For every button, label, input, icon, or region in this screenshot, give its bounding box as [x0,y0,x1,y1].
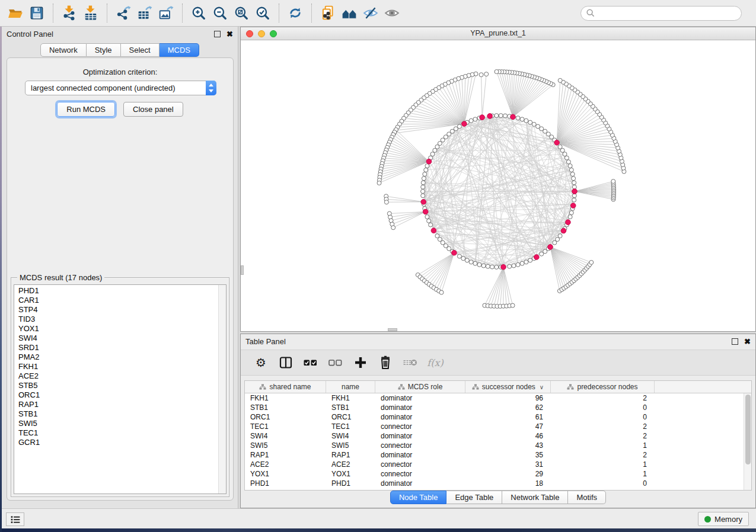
export-table-button[interactable] [134,3,155,23]
export-image-button[interactable] [155,3,177,23]
mcds-node-item[interactable]: SWI4 [14,334,226,343]
share-document-button[interactable] [317,3,339,23]
table-row[interactable]: PHD1PHD1dominator180 [245,479,751,488]
table-cell[interactable]: 2 [551,431,655,441]
maximize-window-icon[interactable] [270,30,277,37]
memory-button[interactable]: Memory [698,512,749,526]
table-cell[interactable]: dominator [375,393,465,403]
column-header-name[interactable]: name [326,381,375,393]
table-cell[interactable]: connector [375,422,465,431]
show-all-button[interactable] [381,3,403,23]
mcds-node-item[interactable]: STB5 [14,381,226,390]
run-mcds-button[interactable]: Run MCDS [57,102,115,117]
export-network-button[interactable] [113,3,134,23]
column-header-successor-nodes[interactable]: successor nodes∨ [465,381,551,393]
import-network-button[interactable] [59,3,80,23]
network-graph[interactable] [241,40,755,331]
add-button[interactable] [351,352,370,373]
select-all-button[interactable] [301,352,320,373]
table-cell[interactable]: dominator [375,412,465,422]
tab-style[interactable]: Style [87,43,121,57]
mcds-node-item[interactable]: ACE2 [14,371,226,381]
table-cell[interactable]: 1 [551,460,655,469]
search-field[interactable] [580,6,742,21]
table-cell[interactable]: dominator [375,431,465,441]
table-cell[interactable]: connector [375,460,465,469]
minimize-window-icon[interactable] [258,30,265,37]
table-cell[interactable]: 0 [551,479,655,488]
mcds-node-item[interactable]: SWI5 [14,419,226,428]
zoom-in-button[interactable] [188,3,209,23]
table-cell[interactable]: SWI5 [326,441,375,450]
table-cell[interactable]: SWI4 [326,431,375,441]
settings-button[interactable]: ⚙ [251,352,270,373]
open-button[interactable] [5,3,26,23]
mcds-node-item[interactable]: GCR1 [14,438,226,447]
hide-selected-button[interactable] [360,3,381,23]
table-cell[interactable]: SWI5 [245,441,326,450]
table-cell[interactable]: 1 [551,469,655,479]
sort-indicator-icon[interactable]: ∨ [540,384,544,390]
table-cell[interactable]: RAP1 [326,450,375,460]
network-canvas[interactable] [241,40,755,331]
tab-mcds[interactable]: MCDS [160,43,199,57]
mcds-node-item[interactable]: TID3 [14,315,226,324]
table-cell[interactable]: ACE2 [245,460,326,469]
mcds-node-item[interactable]: RAP1 [14,400,226,409]
float-table-panel-icon[interactable] [732,338,738,345]
columns-button[interactable] [276,352,295,373]
mcds-node-item[interactable]: PHD1 [14,286,226,296]
table-cell[interactable]: ACE2 [326,460,375,469]
tab-select[interactable]: Select [121,43,160,57]
zoom-selected-button[interactable] [252,3,273,23]
table-cell[interactable]: 2 [551,393,655,403]
table-tab-motifs[interactable]: Motifs [568,491,606,504]
mcds-node-item[interactable]: STP4 [14,305,226,315]
zoom-fit-button[interactable] [231,3,252,23]
mcds-node-item[interactable]: CAR1 [14,296,226,305]
table-cell[interactable]: 2 [551,450,655,460]
table-cell[interactable]: 43 [465,441,551,450]
table-cell[interactable]: 31 [465,460,551,469]
mcds-node-item[interactable]: SRD1 [14,343,226,352]
close-window-icon[interactable] [246,30,253,37]
table-cell[interactable]: dominator [375,403,465,412]
mcds-result-list[interactable]: PHD1CAR1STP4TID3YOX1SWI4SRD1PMA2FKH1ACE2… [14,284,227,494]
refresh-button[interactable] [285,3,306,23]
table-row[interactable]: STB1STB1dominator620 [245,403,751,412]
table-cell[interactable]: connector [375,441,465,450]
column-header-MCDS-role[interactable]: MCDS role [375,381,465,393]
import-table-button[interactable] [80,3,101,23]
table-cell[interactable]: 62 [465,403,551,412]
table-row[interactable]: YOX1YOX1connector291 [245,469,751,479]
mcds-node-item[interactable]: ORC1 [14,390,226,400]
table-cell[interactable]: YOX1 [326,469,375,479]
table-cell[interactable]: 0 [551,412,655,422]
table-cell[interactable]: FKH1 [245,393,326,403]
table-cell[interactable]: ORC1 [326,412,375,422]
table-cell[interactable]: dominator [375,479,465,488]
table-cell[interactable]: SWI4 [245,431,326,441]
table-cell[interactable]: 35 [465,450,551,460]
task-history-button[interactable] [6,512,24,526]
float-panel-icon[interactable] [214,31,221,37]
table-row[interactable]: SWI4SWI4dominator462 [245,431,751,441]
table-cell[interactable]: 29 [465,469,551,479]
table-cell[interactable]: FKH1 [326,393,375,403]
table-cell[interactable]: ORC1 [245,412,326,422]
table-cell[interactable]: 18 [465,479,551,488]
table-cell[interactable]: 61 [465,412,551,422]
close-panel-icon[interactable]: ✖ [227,30,233,38]
delete-button[interactable] [376,352,395,373]
table-cell[interactable]: 1 [551,441,655,450]
table-cell[interactable]: RAP1 [245,450,326,460]
table-tab-network-table[interactable]: Network Table [502,491,568,504]
table-cell[interactable]: TEC1 [326,422,375,431]
mcds-node-item[interactable]: YOX1 [14,324,226,334]
table-cell[interactable]: 2 [551,422,655,431]
table-cell[interactable]: STB1 [245,403,326,412]
table-tab-node-table[interactable]: Node Table [390,491,447,504]
table-cell[interactable]: connector [375,469,465,479]
column-header-shared-name[interactable]: shared name [245,381,326,393]
table-row[interactable]: ORC1ORC1dominator610 [245,412,751,422]
